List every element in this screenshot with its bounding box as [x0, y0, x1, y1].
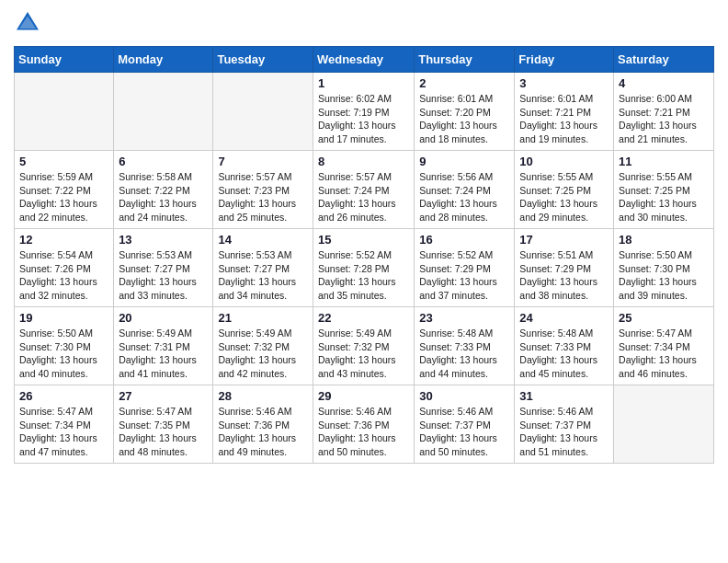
day-info: Sunrise: 5:48 AM Sunset: 7:33 PM Dayligh…: [519, 327, 609, 381]
day-number: 12: [19, 233, 108, 247]
calendar-cell: 21Sunrise: 5:49 AM Sunset: 7:32 PM Dayli…: [213, 307, 313, 385]
day-info: Sunrise: 5:46 AM Sunset: 7:36 PM Dayligh…: [318, 405, 409, 459]
calendar-week-3: 12Sunrise: 5:54 AM Sunset: 7:26 PM Dayli…: [15, 229, 714, 307]
day-info: Sunrise: 5:56 AM Sunset: 7:24 PM Dayligh…: [419, 170, 509, 224]
calendar-cell: [114, 73, 213, 151]
calendar-cell: 7Sunrise: 5:57 AM Sunset: 7:23 PM Daylig…: [213, 151, 313, 229]
day-info: Sunrise: 5:53 AM Sunset: 7:27 PM Dayligh…: [119, 248, 208, 303]
calendar-cell: 30Sunrise: 5:46 AM Sunset: 7:37 PM Dayli…: [415, 385, 515, 464]
day-number: 21: [218, 311, 308, 325]
day-number: 2: [419, 76, 509, 90]
day-info: Sunrise: 5:46 AM Sunset: 7:37 PM Dayligh…: [519, 405, 609, 459]
day-info: Sunrise: 5:57 AM Sunset: 7:23 PM Dayligh…: [218, 170, 308, 224]
day-info: Sunrise: 5:57 AM Sunset: 7:24 PM Dayligh…: [318, 170, 409, 224]
weekday-header-wednesday: Wednesday: [313, 47, 414, 73]
day-number: 30: [419, 389, 509, 403]
day-info: Sunrise: 5:52 AM Sunset: 7:29 PM Dayligh…: [419, 248, 509, 303]
calendar-cell: 17Sunrise: 5:51 AM Sunset: 7:29 PM Dayli…: [515, 229, 614, 307]
calendar-cell: 19Sunrise: 5:50 AM Sunset: 7:30 PM Dayli…: [15, 307, 114, 385]
weekday-header-saturday: Saturday: [614, 47, 714, 73]
calendar-cell: 29Sunrise: 5:46 AM Sunset: 7:36 PM Dayli…: [313, 385, 414, 464]
page-container: SundayMondayTuesdayWednesdayThursdayFrid…: [0, 0, 728, 473]
day-info: Sunrise: 6:02 AM Sunset: 7:19 PM Dayligh…: [318, 92, 409, 146]
calendar-cell: 15Sunrise: 5:52 AM Sunset: 7:28 PM Dayli…: [313, 229, 414, 307]
day-number: 6: [119, 155, 208, 168]
calendar-cell: [614, 385, 714, 464]
day-number: 25: [619, 311, 709, 325]
calendar-cell: 24Sunrise: 5:48 AM Sunset: 7:33 PM Dayli…: [515, 307, 614, 385]
header: [14, 9, 714, 37]
day-number: 29: [318, 389, 409, 403]
day-number: 18: [619, 233, 709, 247]
weekday-header-monday: Monday: [114, 47, 213, 73]
calendar-cell: 22Sunrise: 5:49 AM Sunset: 7:32 PM Dayli…: [313, 307, 414, 385]
day-number: 26: [19, 389, 108, 403]
weekday-header-thursday: Thursday: [415, 47, 515, 73]
day-info: Sunrise: 5:50 AM Sunset: 7:30 PM Dayligh…: [619, 248, 709, 303]
day-number: 5: [19, 155, 108, 168]
calendar-cell: 11Sunrise: 5:55 AM Sunset: 7:25 PM Dayli…: [614, 151, 714, 229]
day-info: Sunrise: 5:49 AM Sunset: 7:32 PM Dayligh…: [218, 327, 308, 381]
day-info: Sunrise: 5:46 AM Sunset: 7:36 PM Dayligh…: [218, 405, 308, 459]
calendar-cell: 26Sunrise: 5:47 AM Sunset: 7:34 PM Dayli…: [15, 385, 114, 464]
calendar-cell: 20Sunrise: 5:49 AM Sunset: 7:31 PM Dayli…: [114, 307, 213, 385]
calendar-cell: [213, 73, 313, 151]
calendar: SundayMondayTuesdayWednesdayThursdayFrid…: [14, 46, 714, 464]
day-number: 3: [519, 76, 609, 90]
day-info: Sunrise: 5:50 AM Sunset: 7:30 PM Dayligh…: [19, 327, 108, 381]
day-info: Sunrise: 5:53 AM Sunset: 7:27 PM Dayligh…: [218, 248, 308, 303]
day-number: 28: [218, 389, 308, 403]
day-info: Sunrise: 5:49 AM Sunset: 7:32 PM Dayligh…: [318, 327, 409, 381]
day-info: Sunrise: 5:54 AM Sunset: 7:26 PM Dayligh…: [19, 248, 108, 303]
day-number: 4: [619, 76, 709, 90]
calendar-cell: 1Sunrise: 6:02 AM Sunset: 7:19 PM Daylig…: [313, 73, 414, 151]
day-info: Sunrise: 5:49 AM Sunset: 7:31 PM Dayligh…: [119, 327, 208, 381]
calendar-cell: 18Sunrise: 5:50 AM Sunset: 7:30 PM Dayli…: [614, 229, 714, 307]
day-number: 20: [119, 311, 208, 325]
day-info: Sunrise: 5:47 AM Sunset: 7:34 PM Dayligh…: [19, 405, 108, 459]
day-info: Sunrise: 5:47 AM Sunset: 7:35 PM Dayligh…: [119, 405, 208, 459]
day-info: Sunrise: 5:55 AM Sunset: 7:25 PM Dayligh…: [519, 170, 609, 224]
day-info: Sunrise: 6:01 AM Sunset: 7:20 PM Dayligh…: [419, 92, 509, 146]
day-number: 14: [218, 233, 308, 247]
calendar-week-1: 1Sunrise: 6:02 AM Sunset: 7:19 PM Daylig…: [15, 73, 714, 151]
calendar-cell: 16Sunrise: 5:52 AM Sunset: 7:29 PM Dayli…: [415, 229, 515, 307]
day-number: 1: [318, 76, 409, 90]
day-info: Sunrise: 5:48 AM Sunset: 7:33 PM Dayligh…: [419, 327, 509, 381]
day-info: Sunrise: 5:59 AM Sunset: 7:22 PM Dayligh…: [19, 170, 108, 224]
day-number: 13: [119, 233, 208, 247]
calendar-cell: 27Sunrise: 5:47 AM Sunset: 7:35 PM Dayli…: [114, 385, 213, 464]
calendar-week-4: 19Sunrise: 5:50 AM Sunset: 7:30 PM Dayli…: [15, 307, 714, 385]
calendar-cell: 9Sunrise: 5:56 AM Sunset: 7:24 PM Daylig…: [415, 151, 515, 229]
calendar-cell: 14Sunrise: 5:53 AM Sunset: 7:27 PM Dayli…: [213, 229, 313, 307]
calendar-cell: 31Sunrise: 5:46 AM Sunset: 7:37 PM Dayli…: [515, 385, 614, 464]
calendar-week-5: 26Sunrise: 5:47 AM Sunset: 7:34 PM Dayli…: [15, 385, 714, 464]
day-number: 24: [519, 311, 609, 325]
calendar-cell: 4Sunrise: 6:00 AM Sunset: 7:21 PM Daylig…: [614, 73, 714, 151]
day-info: Sunrise: 6:01 AM Sunset: 7:21 PM Dayligh…: [519, 92, 609, 146]
day-number: 16: [419, 233, 509, 247]
day-info: Sunrise: 5:47 AM Sunset: 7:34 PM Dayligh…: [619, 327, 709, 381]
day-info: Sunrise: 5:51 AM Sunset: 7:29 PM Dayligh…: [519, 248, 609, 303]
logo-icon: [14, 9, 41, 37]
calendar-cell: [15, 73, 114, 151]
day-number: 9: [419, 155, 509, 168]
calendar-cell: 5Sunrise: 5:59 AM Sunset: 7:22 PM Daylig…: [15, 151, 114, 229]
calendar-cell: 3Sunrise: 6:01 AM Sunset: 7:21 PM Daylig…: [515, 73, 614, 151]
calendar-cell: 2Sunrise: 6:01 AM Sunset: 7:20 PM Daylig…: [415, 73, 515, 151]
calendar-cell: 12Sunrise: 5:54 AM Sunset: 7:26 PM Dayli…: [15, 229, 114, 307]
day-number: 15: [318, 233, 409, 247]
calendar-cell: 28Sunrise: 5:46 AM Sunset: 7:36 PM Dayli…: [213, 385, 313, 464]
day-number: 23: [419, 311, 509, 325]
day-info: Sunrise: 5:46 AM Sunset: 7:37 PM Dayligh…: [419, 405, 509, 459]
day-info: Sunrise: 5:55 AM Sunset: 7:25 PM Dayligh…: [619, 170, 709, 224]
day-number: 10: [519, 155, 609, 168]
day-number: 19: [19, 311, 108, 325]
calendar-cell: 13Sunrise: 5:53 AM Sunset: 7:27 PM Dayli…: [114, 229, 213, 307]
day-number: 27: [119, 389, 208, 403]
calendar-cell: 25Sunrise: 5:47 AM Sunset: 7:34 PM Dayli…: [614, 307, 714, 385]
day-number: 31: [519, 389, 609, 403]
calendar-week-2: 5Sunrise: 5:59 AM Sunset: 7:22 PM Daylig…: [15, 151, 714, 229]
day-number: 8: [318, 155, 409, 168]
day-info: Sunrise: 6:00 AM Sunset: 7:21 PM Dayligh…: [619, 92, 709, 146]
